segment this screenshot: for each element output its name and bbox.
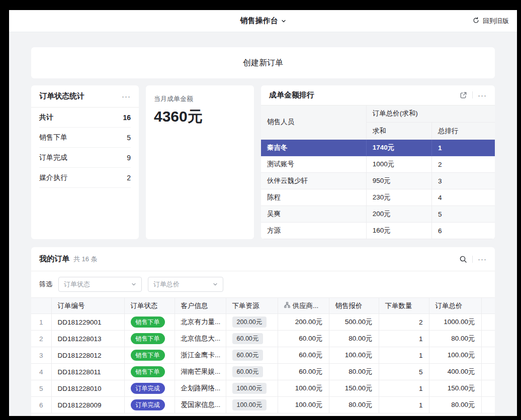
ranking-card-actions: ··· [460, 91, 487, 99]
more-icon[interactable]: ··· [478, 91, 487, 99]
stat-label: 媒介执行 [39, 173, 67, 182]
resource-cell: 60.00元 [226, 347, 278, 364]
status-badge: 销售下单 [131, 366, 165, 377]
order-status-cell: 订单完成 [124, 380, 175, 397]
resource-cell: 100.00元 [226, 397, 278, 413]
order-row[interactable]: 5 DD181228010 订单完成 企划路网络... 100.00元 100.… [31, 380, 495, 397]
order-status-stats-card: 订单状态统计 ··· 共计 16 销售下单 5 订单完成 9 [31, 85, 139, 239]
resource-cell: 60.00元 [226, 364, 278, 380]
stat-value: 5 [127, 134, 131, 142]
order-row[interactable]: 3 DD181228012 销售下单 浙江金鹰卡... 60.00元 60.00… [31, 347, 495, 364]
order-sum: 160元 [366, 223, 431, 239]
more-icon[interactable]: ··· [122, 92, 131, 100]
supplier-price: 60.00元 [278, 347, 329, 364]
status-badge: 销售下单 [131, 350, 165, 361]
stat-row-order-complete[interactable]: 订单完成 9 [39, 148, 131, 168]
ranking-row[interactable]: 测试账号 1000元 2 [261, 156, 495, 173]
order-qty: 5 [379, 364, 429, 380]
order-row[interactable]: 2 DD181228013 销售下单 北京信息大... 60.00元 60.00… [31, 331, 495, 347]
col-qty: 下单数量 [379, 298, 429, 314]
col-quote: 销售报价 [329, 298, 379, 314]
rank: 4 [431, 189, 495, 206]
page-title: 销售操作台 [240, 16, 278, 26]
supplier-price: 200.00元 [278, 314, 329, 331]
resource-pill: 100.00元 [232, 383, 267, 394]
order-no: DD181228009 [51, 397, 124, 413]
order-no: DD181228012 [51, 347, 124, 364]
chevron-down-icon [281, 17, 286, 25]
col-order-no: 订单编号 [51, 298, 124, 314]
col-order-total-group: 订单总价(求和) [366, 106, 495, 123]
search-icon[interactable] [459, 255, 467, 263]
resource-pill: 60.00元 [232, 350, 264, 361]
ranking-table: 销售人员 订单总价(求和) 求和 总排行 秦吉冬 1740元 1 [261, 106, 495, 240]
order-row[interactable]: 1 DD181229001 销售下单 北京有力量... 200.00元 200.… [31, 314, 495, 331]
workspace-switcher[interactable]: 销售操作台 [240, 16, 286, 26]
top-bar: 销售操作台 回到旧版 [9, 10, 517, 32]
create-order-button[interactable]: 创建新订单 [31, 47, 495, 78]
status-badge: 销售下单 [131, 317, 165, 328]
order-no: DD181228011 [51, 364, 124, 380]
row-index: 1 [31, 314, 51, 331]
stats-card-header: 订单状态统计 ··· [31, 85, 139, 108]
order-status-cell: 销售下单 [124, 364, 175, 380]
resource-pill: 200.00元 [232, 317, 267, 328]
order-total: 400.00元 [429, 364, 481, 380]
order-total: 80.00元 [429, 397, 481, 413]
order-qty: 1 [379, 347, 429, 364]
sales-quote: 80.00元 [329, 331, 379, 347]
order-total-filter-placeholder: 订单总价 [153, 280, 180, 289]
dashboard-content: 创建新订单 订单状态统计 ··· 共计 16 销售下单 5 [9, 32, 517, 416]
rank: 3 [431, 173, 495, 189]
ranking-row[interactable]: 方源 160元 6 [261, 223, 495, 239]
back-to-old-version-label: 回到旧版 [483, 17, 509, 26]
order-total: 80.00元 [429, 331, 481, 347]
col-resource: 下单资源 [226, 298, 278, 314]
stats-card-title: 订单状态统计 [39, 91, 84, 101]
order-row[interactable]: 6 DD181228009 订单完成 爱国家信息... 100.00元 100.… [31, 397, 495, 413]
export-icon[interactable] [460, 91, 467, 99]
salesperson-name: 秦吉冬 [261, 140, 366, 156]
supplier-price: 100.00元 [278, 380, 329, 397]
resource-cell: 200.00元 [226, 314, 278, 331]
order-status-filter[interactable]: 订单状态 [58, 277, 142, 292]
stat-row-total[interactable]: 共计 16 [39, 108, 131, 128]
resource-cell: 100.00元 [226, 380, 278, 397]
stat-value: 2 [127, 174, 131, 182]
order-sum: 1000元 [366, 156, 431, 173]
spacer-cell [481, 380, 495, 397]
spacer-cell [481, 364, 495, 380]
stat-row-media-exec[interactable]: 媒介执行 2 [39, 168, 131, 188]
more-icon[interactable]: ··· [478, 255, 487, 263]
salesperson-name: 方源 [261, 223, 366, 239]
stat-label: 共计 [39, 113, 53, 122]
order-total-filter[interactable]: 订单总价 [148, 277, 223, 292]
restore-icon [472, 17, 480, 26]
spacer-cell [481, 331, 495, 347]
col-row-index [31, 298, 51, 314]
salesperson-name: 吴爽 [261, 206, 366, 223]
create-order-label: 创建新订单 [243, 58, 283, 68]
order-status-cell: 销售下单 [124, 347, 175, 364]
ranking-row[interactable]: 伙伴云魏少轩 950元 3 [261, 173, 495, 189]
monthly-amount-card: 当月成单金额 4360元 [146, 85, 254, 239]
sales-quote: 80.00元 [329, 364, 379, 380]
ranking-row[interactable]: 陈程 230元 4 [261, 189, 495, 206]
ranking-row[interactable]: 吴爽 200元 5 [261, 206, 495, 223]
col-supplier-label: 供应商... [293, 301, 319, 310]
back-to-old-version-button[interactable]: 回到旧版 [472, 17, 509, 26]
order-row[interactable]: 4 DD181228011 销售下单 湖南芒果娱... 60.00元 60.00… [31, 364, 495, 380]
resource-pill: 60.00元 [232, 366, 264, 378]
supplier-price: 60.00元 [278, 364, 329, 380]
ranking-card-title: 成单金额排行 [269, 90, 314, 100]
order-sum: 200元 [366, 206, 431, 223]
divider [472, 91, 473, 98]
order-sum: 230元 [366, 189, 431, 206]
col-spacer [481, 298, 495, 314]
stat-row-sales-order[interactable]: 销售下单 5 [39, 128, 131, 148]
order-qty: 1 [379, 331, 429, 347]
sales-quote: 500.00元 [329, 314, 379, 331]
summary-cards-row: 订单状态统计 ··· 共计 16 销售下单 5 订单完成 9 [31, 85, 495, 239]
rank: 6 [431, 223, 495, 239]
ranking-row[interactable]: 秦吉冬 1740元 1 [261, 140, 495, 156]
